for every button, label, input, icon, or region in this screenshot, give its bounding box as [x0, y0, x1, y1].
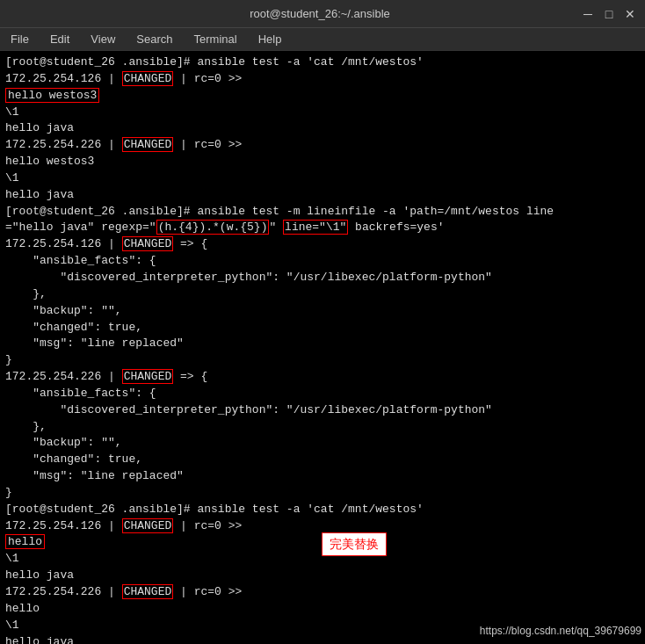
terminal-line: "msg": "line replaced" — [5, 336, 640, 352]
terminal-line: "discovered_interpreter_python": "/usr/l… — [5, 270, 640, 286]
terminal-content[interactable]: [root@student_26 .ansible]# ansible test… — [0, 51, 645, 644]
window-title: root@student_26:~/.ansible — [60, 7, 580, 20]
changed-badge-4: CHANGED — [122, 369, 174, 384]
terminal-line: "ansible_facts": { — [5, 386, 640, 402]
menubar: File Edit View Search Terminal Help — [0, 28, 645, 51]
terminal-line: }, — [5, 286, 640, 303]
menu-file[interactable]: File — [4, 31, 36, 47]
terminal-line: 172.25.254.126 | CHANGED => { — [5, 236, 640, 253]
terminal-line: [root@student_26 .ansible]# ansible test… — [5, 502, 640, 518]
hello-westos3-highlight: hello westos3 — [5, 88, 99, 103]
terminal-line: } — [5, 352, 640, 369]
changed-badge-1: CHANGED — [122, 71, 174, 86]
terminal-line: "backup": "", — [5, 303, 640, 320]
annotation-text: 完美替换 — [330, 537, 379, 551]
terminal-line: "backup": "", — [5, 435, 640, 452]
menu-help[interactable]: Help — [251, 31, 289, 47]
changed-badge-3: CHANGED — [122, 236, 174, 251]
terminal-line: "discovered_interpreter_python": "/usr/l… — [5, 402, 640, 419]
terminal-line: 172.25.254.226 | CHANGED => { — [5, 369, 640, 386]
regexp-highlight: (h.{4}).*(w.{5}) — [156, 220, 270, 235]
minimize-button[interactable]: ─ — [580, 6, 596, 22]
terminal-line: hello — [5, 534, 45, 551]
terminal-line: "changed": true, — [5, 320, 640, 336]
terminal-line: }, — [5, 419, 640, 436]
terminal-line: 172.25.254.226 | CHANGED | rc=0 >> — [5, 137, 640, 154]
terminal-line: \1 — [5, 170, 640, 187]
watermark: https://blog.csdn.net/qq_39679699 — [480, 624, 641, 639]
window-controls[interactable]: ─ □ ✕ — [580, 6, 638, 22]
terminal-line: 172.25.254.226 | CHANGED | rc=0 >> — [5, 584, 640, 601]
terminal-line: ="hello java" regexp="(h.{4}).*(w.{5})" … — [5, 220, 640, 236]
terminal-line: hello java — [5, 120, 640, 137]
menu-view[interactable]: View — [83, 31, 122, 47]
terminal-line: "changed": true, — [5, 452, 640, 468]
hello-highlight: hello — [5, 534, 45, 549]
menu-edit[interactable]: Edit — [43, 31, 76, 47]
terminal-line: [root@student_26 .ansible]# ansible test… — [5, 204, 640, 221]
terminal-line: \1 — [5, 105, 640, 121]
terminal-line: hello — [5, 601, 640, 618]
titlebar: root@student_26:~/.ansible ─ □ ✕ — [0, 0, 645, 28]
close-button[interactable]: ✕ — [622, 6, 638, 22]
terminal-line: "ansible_facts": { — [5, 253, 640, 270]
terminal-line: hello westos3 — [5, 154, 640, 170]
maximize-button[interactable]: □ — [601, 6, 617, 22]
terminal-line: hello java — [5, 187, 640, 204]
terminal-line: 172.25.254.126 | CHANGED | rc=0 >> — [5, 71, 640, 88]
menu-search[interactable]: Search — [129, 31, 179, 47]
line-highlight: line="\1" — [283, 220, 348, 235]
terminal-line: } — [5, 485, 640, 502]
terminal-line: hello java — [5, 568, 640, 584]
terminal-line: hello westos3 — [5, 88, 640, 105]
terminal-line: [root@student_26 .ansible]# ansible test… — [5, 54, 640, 71]
changed-badge-6: CHANGED — [122, 584, 174, 599]
hello-annotation-row: hello 完美替换 — [5, 534, 640, 551]
changed-badge-5: CHANGED — [122, 518, 174, 533]
menu-terminal[interactable]: Terminal — [187, 31, 244, 47]
changed-badge-2: CHANGED — [122, 137, 174, 152]
terminal-line: "msg": "line replaced" — [5, 468, 640, 485]
annotation-box: 完美替换 — [322, 532, 387, 555]
